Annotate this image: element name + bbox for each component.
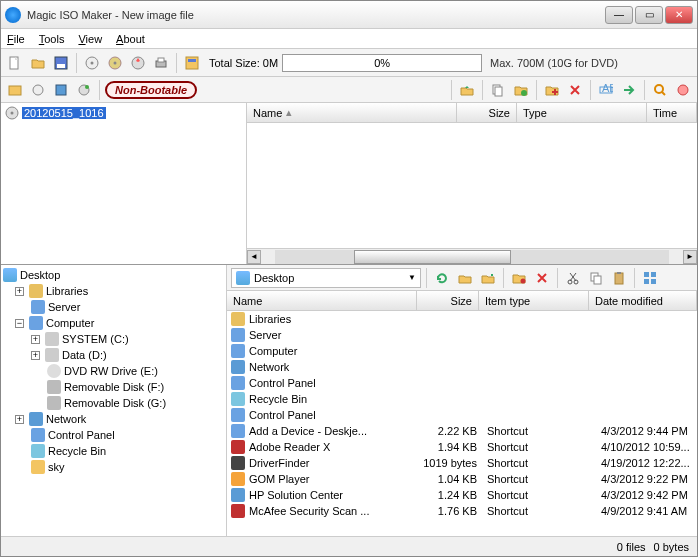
menu-view[interactable]: View xyxy=(78,33,102,45)
svg-point-26 xyxy=(521,278,526,283)
viewmode-button[interactable] xyxy=(640,268,660,288)
col-time[interactable]: Time xyxy=(647,103,697,122)
fcol-size[interactable]: Size xyxy=(417,291,479,310)
image-list-hscroll[interactable]: ◄ ► xyxy=(247,248,697,264)
file-icon xyxy=(231,456,245,470)
removable-icon xyxy=(47,396,61,410)
window-title: Magic ISO Maker - New image file xyxy=(27,9,605,21)
path-combobox[interactable]: Desktop ▼ xyxy=(231,268,421,288)
add-folder-button[interactable] xyxy=(511,80,531,100)
app-icon xyxy=(5,7,21,23)
save-button[interactable] xyxy=(51,53,71,73)
col-type[interactable]: Type xyxy=(517,103,647,122)
extract-button[interactable] xyxy=(619,80,639,100)
file-row[interactable]: HP Solution Center1.24 KBShortcut4/3/201… xyxy=(227,487,697,503)
svg-rect-2 xyxy=(57,64,65,68)
desktop-icon xyxy=(3,268,17,282)
menu-tools[interactable]: Tools xyxy=(39,33,65,45)
menubar: File Tools View About xyxy=(1,29,697,49)
dropdown-icon[interactable]: ▼ xyxy=(408,273,416,282)
scroll-right-icon[interactable]: ► xyxy=(683,250,697,264)
file-row[interactable]: McAfee Security Scan ...1.76 KBShortcut4… xyxy=(227,503,697,519)
menu-file[interactable]: File xyxy=(7,33,25,45)
file-row[interactable]: Control Panel xyxy=(227,375,697,391)
options-button[interactable] xyxy=(182,53,202,73)
refresh-button[interactable] xyxy=(432,268,452,288)
cut-button[interactable] xyxy=(563,268,583,288)
status-bytes: 0 bytes xyxy=(654,541,689,553)
expand-icon[interactable]: + xyxy=(15,415,24,424)
print-button[interactable] xyxy=(151,53,171,73)
file-row[interactable]: Adobe Reader X1.94 KBShortcut4/10/2012 1… xyxy=(227,439,697,455)
scroll-left-icon[interactable]: ◄ xyxy=(247,250,261,264)
collapse-icon[interactable]: − xyxy=(15,319,24,328)
col-name[interactable]: Name▴ xyxy=(247,103,457,122)
fcol-date[interactable]: Date modified xyxy=(589,291,697,310)
drive-icon xyxy=(45,348,59,362)
expand-icon[interactable]: + xyxy=(31,351,40,360)
titlebar: Magic ISO Maker - New image file — ▭ ✕ xyxy=(1,1,697,29)
expand-icon[interactable]: + xyxy=(15,287,24,296)
expand-icon[interactable]: + xyxy=(31,335,40,344)
delete-button[interactable] xyxy=(565,80,585,100)
svg-rect-36 xyxy=(651,279,656,284)
menu-about[interactable]: About xyxy=(116,33,145,45)
svg-point-16 xyxy=(85,85,89,89)
fcol-name[interactable]: Name xyxy=(227,291,417,310)
copy-button[interactable] xyxy=(586,268,606,288)
file-icon xyxy=(231,392,245,406)
tb2-btn1[interactable] xyxy=(5,80,25,100)
drive-icon xyxy=(45,332,59,346)
image-tree-root[interactable]: 20120515_1016 xyxy=(22,107,106,119)
tb2-btn3[interactable] xyxy=(51,80,71,100)
file-list-header: Name Size Item type Date modified xyxy=(227,291,697,311)
fcol-type[interactable]: Item type xyxy=(479,291,589,310)
file-list-body[interactable]: LibrariesServerComputerNetworkControl Pa… xyxy=(227,311,697,536)
scroll-thumb[interactable] xyxy=(354,250,512,264)
file-icon xyxy=(231,376,245,390)
home-button[interactable] xyxy=(478,268,498,288)
open-button[interactable] xyxy=(28,53,48,73)
props-button[interactable] xyxy=(673,80,693,100)
cd-button[interactable] xyxy=(82,53,102,73)
file-row[interactable]: Control Panel xyxy=(227,407,697,423)
bootable-toggle[interactable]: Non-Bootable xyxy=(105,81,197,99)
up-button[interactable] xyxy=(455,268,475,288)
view-button[interactable] xyxy=(650,80,670,100)
add-files-button[interactable] xyxy=(488,80,508,100)
file-row[interactable]: Recycle Bin xyxy=(227,391,697,407)
new-button[interactable] xyxy=(5,53,25,73)
new-folder-button[interactable] xyxy=(542,80,562,100)
desktop-icon xyxy=(236,271,250,285)
image-tree-pane[interactable]: 20120515_1016 xyxy=(1,103,247,264)
rename-button[interactable]: AB xyxy=(596,80,616,100)
svg-point-13 xyxy=(33,85,43,95)
file-row[interactable]: DriverFinder1019 bytesShortcut4/19/2012 … xyxy=(227,455,697,471)
close-button[interactable]: ✕ xyxy=(665,6,693,24)
tb2-btn4[interactable] xyxy=(74,80,94,100)
svg-rect-14 xyxy=(56,85,66,95)
maximize-button[interactable]: ▭ xyxy=(635,6,663,24)
cd2-button[interactable] xyxy=(105,53,125,73)
file-row[interactable]: Network xyxy=(227,359,697,375)
computer-icon xyxy=(29,316,43,330)
minimize-button[interactable]: — xyxy=(605,6,633,24)
file-icon xyxy=(231,472,245,486)
tb2-btn2[interactable] xyxy=(28,80,48,100)
file-icon xyxy=(231,312,245,326)
image-list-body[interactable] xyxy=(247,123,697,248)
newfolder-button[interactable] xyxy=(509,268,529,288)
burn-button[interactable] xyxy=(128,53,148,73)
up-folder-button[interactable] xyxy=(457,80,477,100)
file-row[interactable]: Add a Device - Deskje...2.22 KBShortcut4… xyxy=(227,423,697,439)
file-row[interactable]: Libraries xyxy=(227,311,697,327)
paste-button[interactable] xyxy=(609,268,629,288)
file-row[interactable]: Server xyxy=(227,327,697,343)
folder-tree[interactable]: Desktop +Libraries Server −Computer +SYS… xyxy=(1,265,227,536)
image-list-header: Name▴ Size Type Time xyxy=(247,103,697,123)
file-row[interactable]: GOM Player1.04 KBShortcut4/3/2012 9:22 P… xyxy=(227,471,697,487)
file-row[interactable]: Computer xyxy=(227,343,697,359)
delete2-button[interactable] xyxy=(532,268,552,288)
col-size[interactable]: Size xyxy=(457,103,517,122)
folder-icon xyxy=(31,460,45,474)
